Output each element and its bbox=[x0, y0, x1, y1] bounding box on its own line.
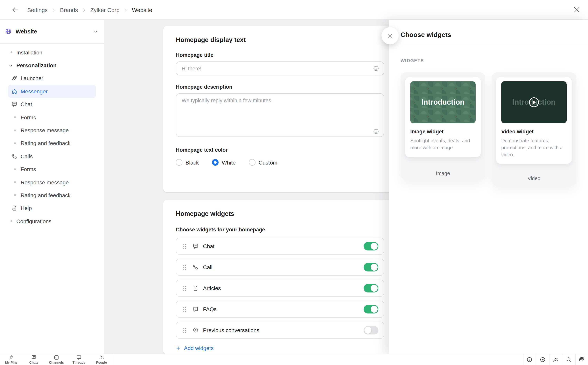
bottom-right-icons: ? bbox=[523, 354, 588, 365]
close-icon[interactable] bbox=[573, 6, 581, 14]
chevron-down-icon[interactable] bbox=[93, 29, 98, 34]
widget-tag: Video bbox=[491, 175, 576, 181]
close-preview-button[interactable] bbox=[381, 27, 399, 44]
card-title: Homepage display text bbox=[176, 36, 384, 43]
chevron-right-icon bbox=[82, 7, 87, 13]
sidebar-group-personalization[interactable]: Personalization bbox=[0, 59, 104, 72]
faq-icon: ? bbox=[193, 306, 199, 312]
sidebar-header[interactable]: Website bbox=[0, 20, 104, 43]
pin-icon bbox=[8, 355, 14, 360]
chat-bubble-icon bbox=[193, 243, 199, 249]
widget-row-faqs: ? FAQs bbox=[176, 301, 384, 318]
tab-channels[interactable]: Channels bbox=[45, 354, 68, 365]
widget-name: Image widget bbox=[410, 129, 476, 134]
people-icon[interactable] bbox=[549, 354, 562, 365]
video-widget-card[interactable]: Introduction Video widget Demonstrate fe… bbox=[491, 72, 576, 186]
faqs-toggle[interactable] bbox=[364, 305, 378, 314]
tab-threads[interactable]: Threads bbox=[68, 354, 90, 365]
sidebar: Website Installation Personalization Lau… bbox=[0, 20, 104, 354]
text-color-radio-group: Black White Custom bbox=[176, 159, 384, 166]
home-icon bbox=[11, 88, 17, 94]
tab-people[interactable]: People bbox=[90, 354, 113, 365]
breadcrumb-brands[interactable]: Brands bbox=[60, 7, 78, 13]
back-button[interactable] bbox=[11, 6, 20, 14]
radio-black[interactable]: Black bbox=[176, 159, 199, 166]
record-icon[interactable] bbox=[536, 354, 549, 365]
sidebar-item-response-message[interactable]: Response message bbox=[0, 124, 104, 137]
previous-conversations-toggle[interactable] bbox=[364, 326, 378, 335]
people-icon bbox=[99, 355, 104, 360]
panel-title: Choose widgets bbox=[400, 31, 451, 39]
widget-row-call: Call bbox=[176, 259, 384, 276]
sidebar-item-messenger[interactable]: Messenger bbox=[8, 85, 96, 98]
history-icon bbox=[193, 327, 199, 333]
add-widgets-button[interactable]: Add widgets bbox=[176, 345, 214, 351]
help-icon[interactable]: ? bbox=[523, 354, 536, 365]
image-widget-preview-card: Introduction Image widget Spotlight even… bbox=[405, 77, 481, 157]
homepage-title-label: Homepage title bbox=[176, 52, 384, 58]
widget-row-articles: Articles bbox=[176, 280, 384, 297]
bottom-bar: My Pins Chats Channels Threads People ? bbox=[0, 354, 588, 365]
homepage-display-text-card: Homepage display text Homepage title Hom… bbox=[163, 26, 397, 192]
widget-row-chat: Chat bbox=[176, 238, 384, 255]
play-icon bbox=[528, 97, 540, 108]
widget-description: Demonstrate features, promotions, and mo… bbox=[501, 138, 567, 159]
chat-stack-icon[interactable] bbox=[575, 354, 588, 365]
chat-bubble-icon bbox=[11, 101, 17, 107]
card-title: Homepage widgets bbox=[176, 210, 384, 218]
articles-toggle[interactable] bbox=[364, 284, 378, 293]
video-widget-preview: Introduction bbox=[501, 81, 567, 123]
drag-handle[interactable] bbox=[183, 306, 187, 312]
sidebar-item-forms[interactable]: Forms bbox=[0, 111, 104, 124]
radio-white[interactable]: White bbox=[212, 159, 236, 166]
tab-chats[interactable]: Chats bbox=[22, 354, 45, 365]
drag-handle[interactable] bbox=[183, 243, 187, 249]
chat-toggle[interactable] bbox=[364, 242, 378, 251]
svg-text:?: ? bbox=[195, 308, 196, 310]
homepage-widgets-card: Homepage widgets Choose widgets for your… bbox=[163, 200, 397, 354]
radio-circle[interactable] bbox=[249, 159, 255, 166]
chat-lines-icon bbox=[31, 355, 36, 360]
video-widget-preview-card: Introduction Video widget Demonstrate fe… bbox=[496, 77, 572, 164]
drag-handle[interactable] bbox=[183, 327, 187, 333]
sidebar-item-chat[interactable]: Chat bbox=[0, 98, 104, 111]
homepage-description-label: Homepage description bbox=[176, 84, 384, 90]
sidebar-item-installation[interactable]: Installation bbox=[0, 46, 104, 59]
chevron-right-icon bbox=[123, 7, 128, 13]
sidebar-item-response-message-2[interactable]: Response message bbox=[0, 176, 104, 189]
sidebar-title: Website bbox=[15, 28, 37, 35]
widget-tag: Image bbox=[400, 170, 485, 176]
phone-icon bbox=[11, 153, 17, 160]
radio-circle-selected[interactable] bbox=[212, 159, 218, 166]
widget-description: Spotlight events, deals, and more with a… bbox=[410, 138, 476, 152]
call-toggle[interactable] bbox=[364, 263, 378, 272]
breadcrumb-settings[interactable]: Settings bbox=[27, 7, 48, 13]
radio-custom[interactable]: Custom bbox=[249, 159, 277, 166]
radio-circle[interactable] bbox=[176, 159, 182, 166]
drag-handle[interactable] bbox=[183, 285, 187, 291]
drag-handle[interactable] bbox=[183, 264, 187, 270]
smiley-icon[interactable] bbox=[373, 128, 379, 134]
tab-my-pins[interactable]: My Pins bbox=[0, 354, 22, 365]
image-widget-preview: Introduction bbox=[410, 81, 476, 123]
sidebar-item-calls[interactable]: Calls bbox=[0, 150, 104, 163]
sidebar-item-launcher[interactable]: Launcher bbox=[0, 72, 104, 85]
article-icon bbox=[193, 285, 199, 291]
breadcrumb: Settings Brands Zylker Corp Website bbox=[27, 0, 152, 20]
search-icon[interactable] bbox=[562, 354, 575, 365]
sidebar-item-configurations[interactable]: Configurations bbox=[0, 215, 104, 228]
bottom-tabs: My Pins Chats Channels Threads People bbox=[0, 354, 113, 365]
choose-widgets-subtitle: Choose widgets for your homepage bbox=[176, 227, 384, 232]
image-widget-card[interactable]: Introduction Image widget Spotlight even… bbox=[400, 72, 485, 180]
homepage-description-input[interactable] bbox=[176, 93, 384, 137]
sidebar-item-rating-and-feedback-2[interactable]: Rating and feedback bbox=[0, 189, 104, 202]
sidebar-item-help[interactable]: Help bbox=[0, 202, 104, 215]
thread-bubble-icon bbox=[76, 355, 82, 360]
breadcrumb-zylker-corp[interactable]: Zylker Corp bbox=[91, 7, 119, 13]
phone-icon bbox=[193, 264, 199, 270]
sidebar-nav: Installation Personalization Launcher Me… bbox=[0, 43, 104, 228]
smiley-icon[interactable] bbox=[373, 65, 379, 71]
homepage-title-input[interactable] bbox=[176, 62, 384, 76]
sidebar-item-forms-2[interactable]: Forms bbox=[0, 163, 104, 176]
sidebar-item-rating-and-feedback[interactable]: Rating and feedback bbox=[0, 137, 104, 150]
